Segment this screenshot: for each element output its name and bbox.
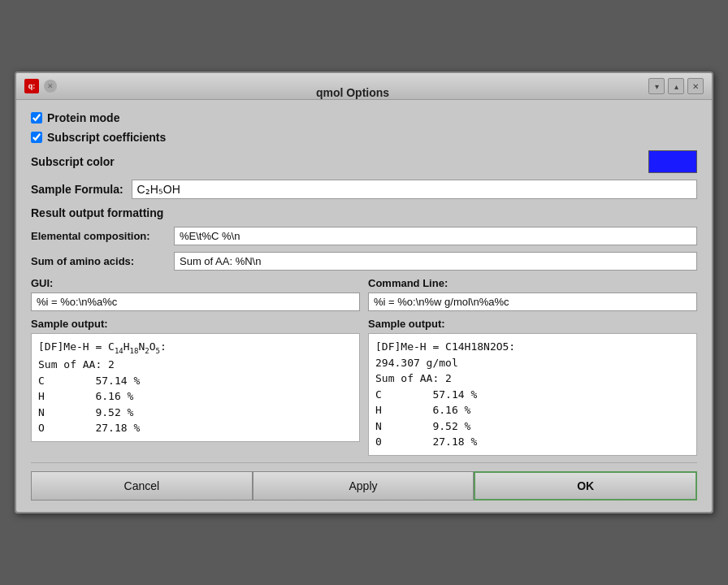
amino-acids-label: Sum of amino acids: (31, 255, 169, 267)
gui-sample-output: [DF]Me-H = C14H18N2O5: Sum of AA: 2 C 57… (31, 333, 360, 442)
cmdline-sample-output: [DF]Me-H = C14H18N2O5: 294.307 g/mol Sum… (368, 333, 697, 456)
subscript-color-label: Subscript color (31, 155, 115, 168)
button-row: Cancel Apply OK (31, 462, 697, 500)
protein-mode-row: Protein mode (31, 111, 697, 124)
title-bar: q: ✕ qmol Options ▾ ▴ ✕ (16, 73, 712, 100)
formula-row: Sample Formula: (31, 180, 697, 199)
cmdline-input[interactable] (368, 292, 697, 311)
subscript-coeff-checkbox[interactable] (31, 132, 42, 143)
elemental-input[interactable] (174, 227, 697, 245)
formula-label: Sample Formula: (31, 183, 124, 196)
cmdline-sample-label: Sample output: (368, 318, 697, 330)
formula-input[interactable] (132, 180, 697, 199)
gui-sample-line-6: O 27.18 % (38, 420, 353, 436)
apply-button[interactable]: Apply (253, 471, 474, 500)
gui-sample-line-1: [DF]Me-H = C14H18N2O5: (38, 339, 353, 357)
cmdline-sample-col: Sample output: [DF]Me-H = C14H18N2O5: 29… (368, 318, 697, 456)
gui-col: GUI: (31, 277, 360, 311)
ok-button[interactable]: OK (474, 471, 697, 500)
elemental-row: Elemental composition: (31, 227, 697, 245)
gui-cmdline-inputs: GUI: Command Line: (31, 277, 697, 311)
cmdline-label: Command Line: (368, 277, 697, 289)
amino-acids-input[interactable] (174, 252, 697, 271)
gui-sample-label: Sample output: (31, 318, 360, 330)
close-button[interactable]: ✕ (687, 78, 704, 94)
elemental-label: Elemental composition: (31, 230, 169, 242)
cmdline-sample-line-4: C 57.14 % (375, 387, 690, 403)
amino-acids-row: Sum of amino acids: (31, 252, 697, 271)
cmdline-col: Command Line: (368, 277, 697, 311)
title-bar-left: q: ✕ (24, 79, 57, 93)
gui-input[interactable] (31, 292, 360, 311)
cmdline-sample-line-2: 294.307 g/mol (375, 355, 690, 371)
cmdline-sample-line-3: Sum of AA: 2 (375, 370, 690, 387)
sample-outputs: Sample output: [DF]Me-H = C14H18N2O5: Su… (31, 318, 697, 456)
gui-sample-line-2: Sum of AA: 2 (38, 357, 353, 373)
protein-mode-label: Protein mode (47, 111, 119, 124)
protein-mode-checkbox[interactable] (31, 112, 42, 124)
main-window: q: ✕ qmol Options ▾ ▴ ✕ Protein mode (15, 72, 713, 514)
maximize-icon: ▴ (674, 82, 678, 91)
gui-sample-line-4: H 6.16 % (38, 388, 353, 405)
maximize-button[interactable]: ▴ (668, 78, 684, 94)
gui-sample-line-5: N 9.52 % (38, 405, 353, 421)
subscript-color-swatch[interactable] (648, 150, 697, 173)
cmdline-sample-line-6: N 9.52 % (375, 418, 690, 435)
cancel-button[interactable]: Cancel (31, 471, 253, 500)
subscript-coeff-row: Subscript coefficients (31, 131, 697, 144)
cmdline-sample-line-7: 0 27.18 % (375, 434, 690, 450)
cmdline-sample-line-5: H 6.16 % (375, 402, 690, 418)
window-title: qmol Options (316, 86, 389, 99)
close-dot-icon: ✕ (47, 82, 54, 90)
title-bar-right: ▾ ▴ ✕ (648, 78, 704, 94)
result-formatting-title: Result output formatting (31, 206, 163, 219)
subscript-coeff-label: Subscript coefficients (47, 131, 166, 144)
result-formatting-section: Result output formatting (31, 206, 697, 220)
minimize-button[interactable]: ▾ (648, 78, 665, 94)
gui-sample-line-3: C 57.14 % (38, 373, 353, 389)
gui-sample-col: Sample output: [DF]Me-H = C14H18N2O5: Su… (31, 318, 360, 456)
window-close-dot[interactable]: ✕ (44, 80, 57, 93)
gui-label: GUI: (31, 277, 360, 289)
app-icon: q: (24, 79, 39, 93)
content-area: Protein mode Subscript coefficients Subs… (16, 100, 712, 512)
close-icon: ✕ (692, 82, 699, 91)
subscript-color-row: Subscript color (31, 150, 697, 173)
cmdline-sample-line-1: [DF]Me-H = C14H18N2O5: (375, 339, 690, 355)
minimize-icon: ▾ (655, 82, 659, 91)
